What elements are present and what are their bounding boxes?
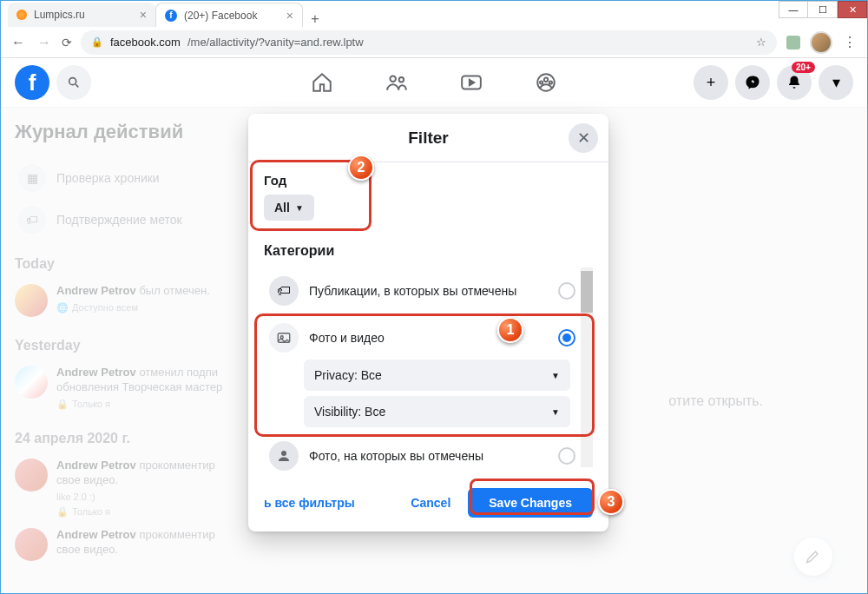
profile-avatar[interactable]: [810, 31, 832, 54]
visibility-label: Visibility: Все: [314, 405, 385, 419]
address-bar: ← → ⟳ 🔒 facebook.com/me/allactivity/?van…: [1, 27, 867, 58]
url-host: facebook.com: [110, 36, 181, 49]
category-row-photos-videos[interactable]: Фото и видео: [264, 314, 581, 354]
url-path: /me/allactivity/?vanity=and.rew.lptw: [187, 36, 364, 49]
modal-footer: ь все фильтры Cancel Save Changes: [248, 479, 608, 521]
watch-icon[interactable]: [460, 71, 483, 94]
modal-header: Filter ✕: [248, 114, 608, 162]
url-input[interactable]: 🔒 facebook.com/me/allactivity/?vanity=an…: [81, 30, 777, 55]
privacy-dropdown[interactable]: Privacy: Все ▼: [304, 360, 570, 391]
year-label: Год: [264, 173, 593, 188]
browser-tabs: Lumpics.ru × f (20+) Facebook × +: [1, 1, 327, 27]
account-menu-button[interactable]: ▾: [819, 65, 853, 100]
category-label: Фото, на которых вы отмечены: [309, 449, 548, 463]
close-icon[interactable]: ×: [140, 8, 147, 22]
annotation-badge-1: 1: [497, 317, 523, 343]
caret-down-icon: ▼: [551, 407, 560, 417]
favicon-icon: [16, 10, 27, 20]
year-dropdown[interactable]: All ▼: [264, 195, 314, 221]
facebook-header-right: + 20+ ▾: [694, 65, 853, 100]
svg-point-3: [390, 76, 396, 82]
content-area: Журнал действий ▦ Проверка хроники 🏷 Под…: [1, 107, 867, 593]
reload-button[interactable]: ⟳: [62, 36, 72, 50]
back-button[interactable]: ←: [10, 35, 27, 50]
create-button[interactable]: +: [694, 65, 728, 100]
categories-list: 🏷 Публикации, в которых вы отмечены Фото…: [264, 267, 593, 479]
window-controls: — ☐ ✕: [779, 1, 867, 18]
notifications-button[interactable]: 20+: [777, 65, 812, 100]
category-label: Публикации, в которых вы отмечены: [309, 284, 548, 298]
radio-button[interactable]: [558, 282, 575, 300]
minimize-button[interactable]: —: [779, 1, 808, 18]
scrollbar-thumb[interactable]: [581, 271, 593, 313]
notification-badge: 20+: [792, 62, 815, 73]
facebook-header: f + 20+ ▾: [1, 58, 867, 107]
svg-rect-0: [786, 36, 800, 50]
favicon-icon: f: [165, 10, 177, 22]
svg-point-12: [281, 451, 286, 456]
photo-icon: [269, 323, 299, 353]
extension-icon[interactable]: [786, 35, 801, 50]
visibility-dropdown[interactable]: Visibility: Все ▼: [304, 396, 570, 427]
kebab-menu-icon[interactable]: ⋮: [841, 34, 858, 50]
radio-button[interactable]: [558, 447, 575, 465]
star-icon[interactable]: ☆: [756, 36, 766, 49]
category-row-tagged-photos[interactable]: Фото, на которых вы отмечены: [264, 432, 581, 479]
modal-body: Год All ▼ Категории 🏷 Публикации, в кото…: [248, 162, 608, 479]
new-tab-button[interactable]: +: [303, 11, 327, 27]
lock-icon: 🔒: [91, 36, 103, 48]
privacy-label: Privacy: Все: [314, 368, 382, 382]
home-icon[interactable]: [311, 71, 333, 94]
clear-filters-link[interactable]: ь все фильтры: [264, 496, 355, 510]
browser-tab-lumpics[interactable]: Lumpics.ru ×: [8, 3, 155, 27]
browser-titlebar: Lumpics.ru × f (20+) Facebook × + — ☐ ✕: [1, 1, 867, 27]
friends-icon[interactable]: [385, 71, 408, 94]
tab-title: (20+) Facebook: [184, 10, 257, 22]
tag-icon: 🏷: [269, 276, 299, 306]
filter-modal: Filter ✕ Год All ▼ Категории 🏷 Публикаци…: [248, 114, 608, 531]
close-button[interactable]: ✕: [838, 1, 867, 18]
forward-button[interactable]: →: [36, 35, 53, 50]
search-button[interactable]: [56, 65, 91, 100]
facebook-logo[interactable]: f: [15, 65, 49, 100]
svg-point-8: [540, 81, 542, 83]
cancel-button[interactable]: Cancel: [400, 489, 461, 517]
close-button[interactable]: ✕: [569, 123, 598, 153]
annotation-badge-2: 2: [348, 155, 374, 181]
tab-title: Lumpics.ru: [34, 9, 85, 21]
svg-point-4: [399, 77, 404, 82]
svg-point-9: [549, 81, 552, 83]
browser-window: Lumpics.ru × f (20+) Facebook × + — ☐ ✕ …: [0, 0, 868, 594]
annotation-badge-3: 3: [598, 489, 624, 515]
year-value: All: [274, 201, 290, 214]
facebook-nav: [311, 71, 557, 94]
browser-tab-facebook[interactable]: f (20+) Facebook ×: [155, 3, 303, 27]
category-row-tagged-posts[interactable]: 🏷 Публикации, в которых вы отмечены: [264, 267, 581, 314]
save-button[interactable]: Save Changes: [468, 488, 593, 518]
svg-line-2: [76, 84, 78, 87]
modal-title: Filter: [408, 129, 448, 148]
close-icon[interactable]: ×: [286, 9, 293, 23]
radio-button[interactable]: [558, 329, 575, 346]
groups-icon[interactable]: [535, 71, 557, 94]
caret-down-icon: ▼: [295, 203, 304, 213]
maximize-button[interactable]: ☐: [808, 1, 838, 18]
svg-point-7: [544, 78, 548, 82]
messenger-button[interactable]: [735, 65, 770, 100]
svg-point-1: [69, 78, 76, 85]
caret-down-icon: ▼: [551, 371, 560, 380]
categories-label: Категории: [264, 243, 593, 259]
person-icon: [269, 441, 299, 471]
